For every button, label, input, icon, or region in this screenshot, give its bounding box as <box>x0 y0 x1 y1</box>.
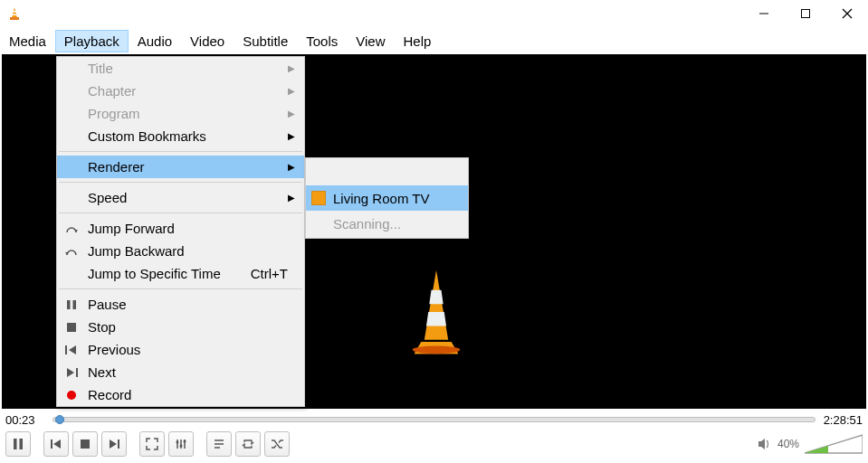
renderer-item-label: Living Room TV <box>333 191 429 206</box>
menu-separator <box>59 288 302 289</box>
prev-icon <box>64 345 79 355</box>
close-button[interactable] <box>826 0 868 27</box>
renderer-item-local[interactable] <box>306 160 468 185</box>
svg-marker-21 <box>67 368 74 377</box>
menu-separator <box>59 151 302 152</box>
svg-marker-41 <box>805 435 863 453</box>
svg-point-13 <box>413 345 461 354</box>
pause-button[interactable] <box>5 431 31 457</box>
cast-device-icon <box>311 191 326 205</box>
svg-rect-22 <box>76 368 78 377</box>
menu-item-label: Record <box>88 387 131 402</box>
svg-rect-28 <box>81 439 90 449</box>
menu-item-label: Chapter <box>88 83 136 99</box>
menu-item-jump-backward[interactable]: Jump Backward <box>57 240 304 262</box>
menu-item-label: Stop <box>88 319 116 335</box>
titlebar <box>0 0 868 27</box>
menu-item-previous[interactable]: Previous <box>57 338 304 361</box>
fullscreen-button[interactable] <box>139 431 165 457</box>
renderer-item-label: Scanning... <box>333 216 401 232</box>
pause-icon <box>64 299 79 310</box>
submenu-arrow-icon: ▶ <box>288 63 295 73</box>
svg-rect-16 <box>67 300 71 309</box>
svg-rect-24 <box>14 439 17 449</box>
menu-item-label: Previous <box>88 342 140 357</box>
menu-item-pause[interactable]: Pause <box>57 293 304 316</box>
previous-button[interactable] <box>43 431 69 457</box>
submenu-arrow-icon: ▶ <box>288 193 295 203</box>
svg-point-35 <box>180 445 183 448</box>
menu-item-label: Jump Backward <box>88 243 185 259</box>
menu-item-title: Title▶ <box>57 57 304 80</box>
submenu-arrow-icon: ▶ <box>288 162 295 172</box>
menu-playback[interactable]: Playback <box>55 30 129 52</box>
maximize-button[interactable] <box>785 0 826 27</box>
renderer-item-scanning: Scanning... <box>306 211 468 236</box>
menu-video[interactable]: Video <box>181 30 234 52</box>
menu-item-label: Jump to Specific Time <box>88 266 221 281</box>
menu-audio[interactable]: Audio <box>129 30 181 52</box>
total-time: 2:28:51 <box>821 413 863 427</box>
svg-marker-20 <box>69 345 76 354</box>
menu-media[interactable]: Media <box>0 30 55 52</box>
menu-item-speed[interactable]: Speed▶ <box>57 186 304 209</box>
menu-shortcut: Ctrl+T <box>251 266 288 281</box>
svg-marker-10 <box>424 270 448 340</box>
svg-rect-19 <box>65 345 67 354</box>
volume-slider[interactable] <box>805 433 863 455</box>
playlist-button[interactable] <box>206 431 232 457</box>
elapsed-time: 00:23 <box>5 413 47 427</box>
speaker-icon <box>758 438 772 450</box>
stop-icon <box>64 322 79 333</box>
volume-control[interactable]: 40% <box>758 433 863 455</box>
player-controls: 40% <box>5 430 863 458</box>
renderer-submenu: Living Room TVScanning... <box>305 157 469 239</box>
svg-rect-26 <box>51 439 52 449</box>
vlc-cone-logo-icon <box>386 262 486 362</box>
menu-separator <box>59 182 302 183</box>
menu-item-label: Next <box>88 364 116 380</box>
menu-tools[interactable]: Tools <box>297 30 347 52</box>
menu-item-label: Program <box>88 106 140 121</box>
svg-point-36 <box>184 440 186 443</box>
seek-slider[interactable] <box>52 417 816 422</box>
menu-item-label: Speed <box>88 190 127 205</box>
submenu-arrow-icon: ▶ <box>288 86 295 96</box>
playback-dropdown: Title▶Chapter▶Program▶Custom Bookmarks▶R… <box>56 56 305 407</box>
menu-item-next[interactable]: Next <box>57 361 304 383</box>
svg-marker-15 <box>65 252 69 255</box>
svg-rect-17 <box>73 300 77 309</box>
minimize-button[interactable] <box>743 0 785 27</box>
menu-help[interactable]: Help <box>395 30 441 52</box>
menu-item-label: Pause <box>88 297 127 312</box>
ext-settings-button[interactable] <box>168 431 194 457</box>
jump-back-icon <box>64 246 79 257</box>
menu-item-record[interactable]: Record <box>57 383 304 406</box>
seek-knob[interactable] <box>55 415 64 424</box>
jump-fwd-icon <box>64 223 79 234</box>
menu-item-stop[interactable]: Stop <box>57 316 304 338</box>
svg-rect-5 <box>802 10 810 18</box>
menu-separator <box>59 213 302 213</box>
menu-item-custom-bookmarks[interactable]: Custom Bookmarks▶ <box>57 125 304 147</box>
shuffle-button[interactable] <box>264 431 290 457</box>
svg-marker-12 <box>426 312 446 326</box>
svg-marker-29 <box>110 439 117 449</box>
renderer-item-living-room-tv[interactable]: Living Room TV <box>306 185 468 211</box>
menu-item-label: Custom Bookmarks <box>88 128 206 144</box>
menu-item-jump-to-specific-time[interactable]: Jump to Specific TimeCtrl+T <box>57 262 304 285</box>
menu-subtitle[interactable]: Subtitle <box>234 30 297 52</box>
menu-item-jump-forward[interactable]: Jump Forward <box>57 217 304 240</box>
menu-item-renderer[interactable]: Renderer▶ <box>57 156 304 178</box>
stop-button[interactable] <box>72 431 98 457</box>
svg-rect-2 <box>13 11 16 13</box>
next-button[interactable] <box>101 431 127 457</box>
svg-point-23 <box>67 391 76 400</box>
menu-item-label: Jump Forward <box>88 221 175 236</box>
submenu-arrow-icon: ▶ <box>288 131 295 141</box>
menu-item-program: Program▶ <box>57 102 304 125</box>
menu-view[interactable]: View <box>347 30 394 52</box>
loop-button[interactable] <box>235 431 261 457</box>
svg-marker-0 <box>12 7 17 18</box>
menubar: MediaPlaybackAudioVideoSubtitleToolsView… <box>0 27 868 54</box>
